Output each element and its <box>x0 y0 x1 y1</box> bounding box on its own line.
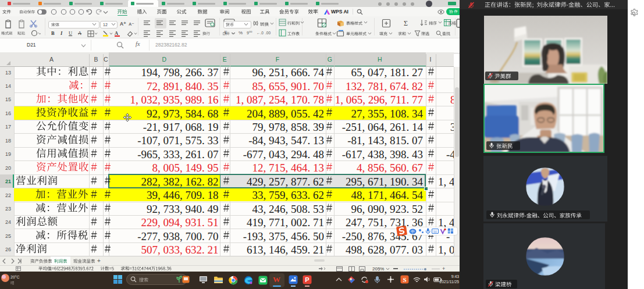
svg-text:S: S <box>403 276 406 283</box>
svg-text:中: 中 <box>411 230 415 234</box>
svg-text:P: P <box>305 276 309 283</box>
